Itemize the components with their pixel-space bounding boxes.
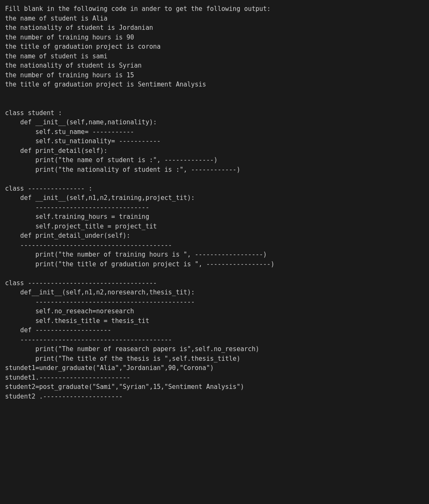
line-16: def print_detail(self):	[5, 147, 108, 155]
line-7: the nationality of student is Syrian	[5, 62, 142, 69]
line-36: ----------------------------------------	[5, 336, 172, 344]
line-17: print("the name of student is :", ------…	[5, 156, 218, 164]
line-5: the title of graduation project is coron…	[5, 43, 161, 50]
line-8: the number of training hours is 15	[5, 71, 134, 79]
line-26: ----------------------------------------	[5, 242, 172, 249]
line-31: def__init__(self,n1,n2,noresearch,thesis…	[5, 289, 195, 296]
line-18: print("the nationality of student is :",…	[5, 166, 240, 173]
line-22: ------------------------------	[5, 204, 149, 211]
line-42: student2 .---------------------	[5, 393, 123, 400]
line-28: print("the title of graduation project i…	[5, 260, 274, 268]
line-32: ----------------------------------------…	[5, 298, 195, 306]
line-25: def print_detail_under(self):	[5, 232, 130, 239]
line-41: student2=post_graduate("Sami","Syrian",1…	[5, 383, 244, 391]
line-12: class student :	[5, 109, 62, 117]
code-content: Fill blank in the following code in ande…	[5, 4, 424, 401]
line-34: self.thesis_title = thesis_tit	[5, 317, 149, 325]
line-35: def --------------------	[5, 326, 111, 334]
line-1: Fill blank in the following code in ande…	[5, 5, 271, 13]
line-27: print("the number of training hours is "…	[5, 251, 267, 258]
line-4: the number of training hours is 90	[5, 34, 134, 41]
line-23: self.training_hours = training	[5, 213, 149, 220]
line-2: the name of student is Alia	[5, 15, 108, 22]
line-33: self.no_reseach=noresearch	[5, 307, 134, 315]
line-24: self.project_title = project_tit	[5, 223, 157, 230]
line-20: class --------------- :	[5, 185, 92, 192]
line-6: the name of student is sami	[5, 52, 108, 60]
line-38: print("The title of the thesis is ",self…	[5, 355, 240, 362]
line-37: print("The number of reasearch papers is…	[5, 345, 259, 353]
line-3: the nationality of student is Jordanian	[5, 24, 153, 32]
line-9: the title of graduation project is Senti…	[5, 81, 206, 88]
line-39: stundet1=under_graduate("Alia","Jordania…	[5, 364, 214, 372]
line-40: stundet1.------------------------	[5, 374, 130, 381]
line-30: class ----------------------------------	[5, 279, 157, 287]
line-14: self.stu_name= -----------	[5, 128, 134, 136]
line-13: def __init__(self,name,nationality):	[5, 118, 157, 126]
line-15: self.stu_nationality= -----------	[5, 137, 161, 145]
line-21: def __init__(self,n1,n2,training,project…	[5, 194, 195, 202]
